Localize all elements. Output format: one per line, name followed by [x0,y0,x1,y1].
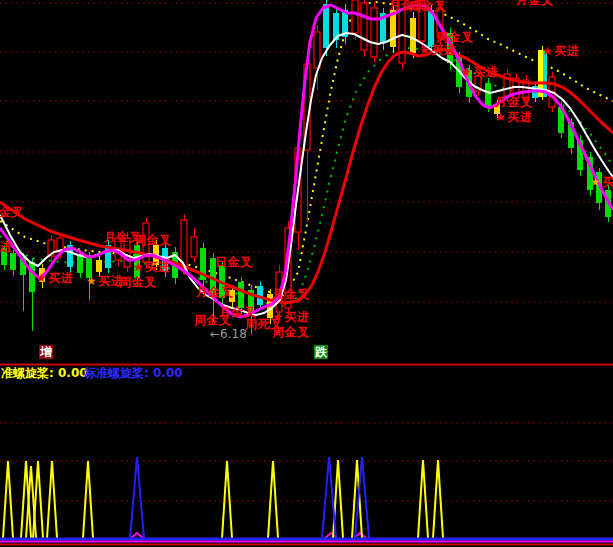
star-icon: ★ [461,65,472,79]
price-callout: ←6.18 [210,327,247,341]
annotation-text: 月金叉 [196,285,234,299]
candle-body [96,260,102,272]
annotation-text: 周金叉 [409,0,447,13]
annotation-text: 月金叉 [495,95,533,109]
annotation-text: 进 [0,240,13,254]
annotation-text: 买进 [284,310,309,324]
candle-body [485,83,491,107]
buy-signal-annotation: ★买进 [590,176,613,189]
spike-yellow [418,460,428,538]
spike-yellow [83,461,93,538]
zone-label-rise: 增 [39,345,53,359]
cross-annotation: 周金叉 [409,0,447,13]
cross-annotation: 月金叉 [272,288,310,301]
indicator-label-propeller: 准螺旋桨: 0.00 [1,365,88,382]
annotation-text: 月金叉 [516,0,554,7]
candle-body-hollow [361,3,367,50]
star-icon: ★ [495,110,506,124]
cross-annotation: 周金叉 [194,314,232,327]
candle-body [323,4,329,48]
cross-annotation: 进 [0,241,13,254]
buy-signal-annotation: ★买进 [542,45,579,58]
cross-annotation: 周金叉 [272,326,310,339]
buy-signal-annotation: ★买进 [36,272,73,285]
spike-yellow [268,461,278,538]
annotation-text: 周金叉 [134,233,172,247]
candle-body [29,262,35,292]
candle-body [10,253,16,270]
cross-annotation: 周金叉 [119,276,157,289]
spike-yellow [3,461,13,538]
buy-signal-annotation: ★买进 [419,44,456,57]
spike-yellow [222,461,232,538]
spike-yellow [33,461,43,538]
star-icon: ★ [36,271,47,285]
annotation-text: 周金叉 [436,30,474,44]
candle-body-hollow [352,0,358,33]
spike-yellow [433,460,443,538]
buy-signal-annotation: ★买进 [495,111,532,124]
spike-yellow [47,461,57,538]
cross-annotation: 月金叉 [495,96,533,109]
annotation-text: 金叉 [0,205,24,219]
spike-magenta [131,533,143,538]
annotation-text: 买进 [473,65,498,79]
cross-annotation: 金叉 [0,206,24,219]
star-icon: ★ [86,274,97,288]
star-icon: ★ [542,44,553,58]
candle-body-hollow [371,8,377,57]
buy-signal-annotation: ★买进 [461,66,498,79]
annotation-text: 买进 [554,44,579,58]
zone-label-fall: 跌 [314,345,328,359]
star-icon: ★ [133,260,144,274]
annotation-text: 买进 [431,43,456,57]
annotation-text: 周金叉 [194,313,232,327]
candle-body-hollow [191,237,197,257]
cross-annotation: 周金叉 [134,234,172,247]
buy-signal-annotation: ★买进 [133,261,170,274]
buy-signal-annotation: ★买进 [86,275,123,288]
spike-blue [130,457,144,538]
candle-body [410,18,416,53]
annotation-text: 买进 [145,260,170,274]
annotation-text: 日金叉 [215,255,253,269]
annotation-text: 月金叉 [272,287,310,301]
star-icon: ★ [419,43,430,57]
indicator-label-standard-propeller: 标准螺旋桨: 0.00 [84,365,183,382]
cross-annotation: 日金叉 [215,256,253,269]
annotation-text: 周金叉 [119,275,157,289]
cross-annotation: 月金叉 [196,286,234,299]
annotation-text: 周金叉 [272,325,310,339]
candle-body-hollow [314,32,320,68]
annotation-text: 买进 [507,110,532,124]
star-icon: ★ [590,175,601,189]
annotation-text: 买进 [48,271,73,285]
cross-annotation: 月金叉 [516,0,554,7]
annotation-text: 买进 [602,175,613,189]
trading-chart-screen: 金叉进月金叉周金叉★买进★买进★买进周金叉日金叉月金叉月金叉周金叉月金叉★买进周… [0,0,613,547]
